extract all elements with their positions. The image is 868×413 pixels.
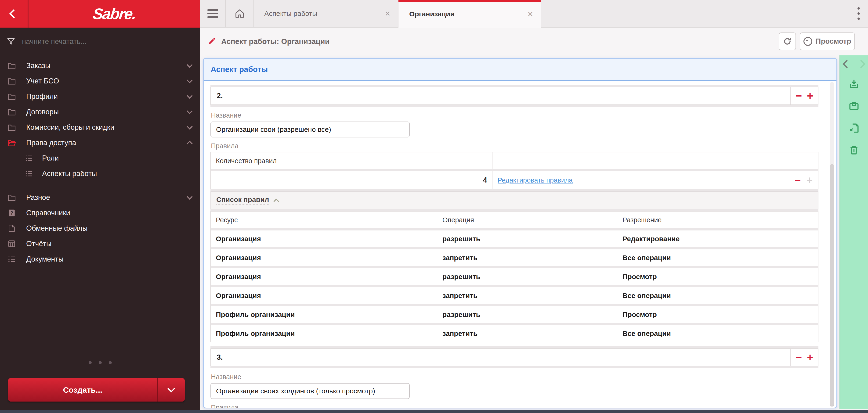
sabre-logo: Sabre. [92,5,137,23]
bottom-bar [0,410,868,413]
panel-header: Аспект работы [204,59,836,81]
sidebar-item-dogovory[interactable]: Договоры [0,104,200,120]
work-aspect-panel: Аспект работы 2. − + Название Правила [203,58,837,408]
section-2-row: 2. − + [211,87,818,105]
section-controls: − + [790,87,818,104]
col-resource: Ресурс [211,212,437,228]
table-row: Организация запретить Все операции [211,249,818,266]
section-3-row: 3. − + [211,349,818,366]
nav-next-button[interactable] [857,60,866,68]
folder-icon [7,62,17,69]
download-button[interactable] [840,73,868,95]
nav-prev-button[interactable] [842,60,851,68]
export-button[interactable] [840,117,868,139]
sidebar-item-uchet-bso[interactable]: Учет БСО [0,73,200,89]
refresh-icon [783,37,792,46]
more-options-button[interactable] [849,0,868,27]
pencil-icon [207,37,216,46]
sidebar-filter-input[interactable] [22,37,172,46]
page-title-wrap: Аспект работы: Организации [207,28,330,55]
edit-rules-link[interactable]: Редактировать правила [498,177,573,184]
list-icon [7,256,17,263]
panel-title: Аспект работы [211,65,268,74]
export-icon [848,123,859,133]
sidebar: Sabre. Заказы Учет БСО Профили Договоры [0,0,200,410]
home-button[interactable] [226,0,253,27]
chevron-down-icon [187,62,192,68]
divider [211,189,818,191]
divider [211,169,818,171]
sidebar-item-komissii[interactable]: Комиссии, сборы и скидки [0,120,200,135]
table-row: 4 Редактировать правила − + [211,171,818,189]
create-dropdown-button[interactable] [158,378,185,402]
name-label: Название [211,112,818,119]
section-number: 3. [211,353,223,361]
app-root: Sabre. Заказы Учет БСО Профили Договоры [0,0,868,413]
page-header: Аспект работы: Организации Просмотр [200,28,868,55]
scrollbar-thumb[interactable] [830,164,834,407]
close-icon[interactable]: × [520,9,541,19]
chevron-down-icon [187,77,192,83]
folder-icon [7,124,17,131]
toolbar-nav [840,55,868,73]
sidebar-item-raznoe[interactable]: Разное [0,190,200,205]
save-icon [848,101,859,112]
sidebar-menu: Заказы Учет БСО Профили Договоры Комисси… [0,58,200,267]
sidebar-item-roli[interactable]: Роли [0,151,200,166]
chevron-down-icon [187,108,192,114]
sidebar-item-dokumenty[interactable]: Документы [0,252,200,267]
list-icon [24,170,34,177]
table-row: Организация разрешить Редактирование [211,230,818,247]
refresh-button[interactable] [779,32,796,50]
sidebar-item-zakazy[interactable]: Заказы [0,58,200,73]
save-button[interactable] [840,95,868,117]
sidebar-header: Sabre. [0,0,200,28]
download-icon [848,79,859,90]
sidebar-item-aspekty-raboty[interactable]: Аспекты работы [0,166,200,181]
brand-logo[interactable]: Sabre. [29,0,200,28]
tab-organizacii[interactable]: Организации × [399,0,541,28]
sidebar-item-prava-dostupa[interactable]: Права доступа [0,135,200,151]
sidebar-item-obmennye-fajly[interactable]: Обменные файлы [0,221,200,236]
tab-bar: Аспекты работы × Организации × [200,0,868,28]
rules-count-table: Количество правил 4 Редактировать правил… [211,152,818,189]
table-row: Организация разрешить Просмотр [211,268,818,285]
chevron-down-icon [187,93,192,99]
collapse-sidebar-button[interactable] [0,0,29,28]
add-section-button[interactable]: + [807,91,813,101]
folder-icon [7,108,17,116]
remove-section-button[interactable]: − [796,91,802,101]
create-button[interactable]: Создать... [8,378,158,402]
divider [211,346,818,349]
sidebar-item-otchety[interactable]: Отчёты [0,236,200,252]
eye-icon [803,37,812,46]
right-toolbar [839,55,868,409]
table-header-row: Ресурс Операция Разрешение [211,212,818,228]
panel-body: 2. − + Название Правила Количество прави… [204,81,836,408]
close-icon[interactable]: × [377,9,398,18]
help-document-icon: ? [7,209,17,217]
sidebar-item-profili[interactable]: Профили [0,89,200,104]
view-button[interactable]: Просмотр [800,32,855,50]
name-input[interactable] [211,122,410,137]
rules-list-toggle[interactable]: Список правил [211,191,818,209]
remove-row-button[interactable]: − [795,175,801,186]
panel-scrollbar[interactable] [830,82,834,407]
list-icon [24,155,34,162]
panel-content: 2. − + Название Правила Количество прави… [211,85,818,408]
tab-aspekty-raboty[interactable]: Аспекты работы × [253,0,399,27]
page-title: Аспект работы: Организации [221,37,330,46]
menu-hamburger-button[interactable] [200,0,225,27]
remove-section-button[interactable]: − [796,352,802,363]
section-controls: − + [790,349,818,366]
chevron-left-icon [9,9,19,19]
folder-open-icon [7,139,17,147]
add-section-button[interactable]: + [807,352,813,363]
name-input[interactable] [211,383,410,399]
sidebar-item-spravochniki[interactable]: ? Справочники [0,205,200,221]
add-row-button[interactable]: + [806,175,813,186]
folder-icon [7,194,17,201]
chevron-up-icon [273,198,279,204]
sidebar-page-dots[interactable] [0,361,200,364]
delete-button[interactable] [840,139,868,161]
